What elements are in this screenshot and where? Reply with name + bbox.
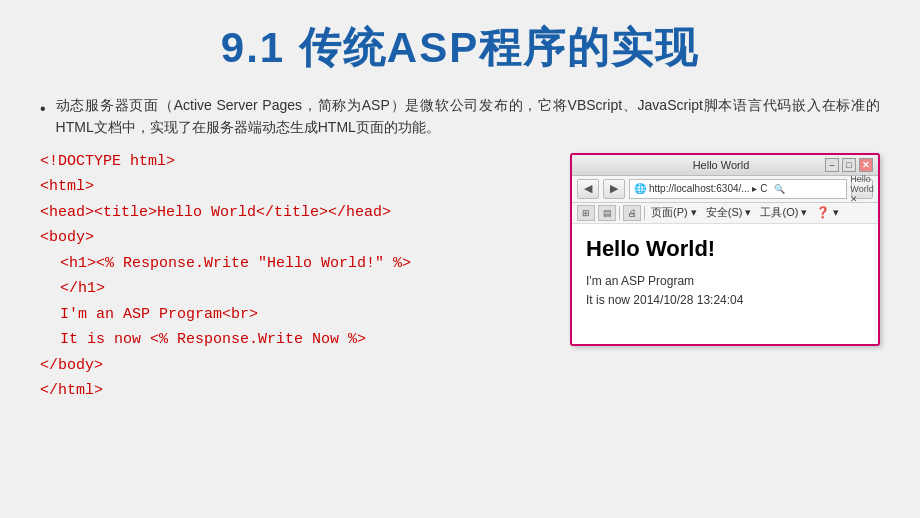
code-line-9: </body> [40,353,550,379]
bullet-section: • 动态服务器页面（Active Server Pages，简称为ASP）是微软… [40,94,880,139]
tab-close-button[interactable]: Hello World ✕ [851,179,873,199]
close-button[interactable]: ✕ [859,158,873,172]
slide: 9.1 传统ASP程序的实现 • 动态服务器页面（Active Server P… [0,0,920,518]
toolbar-menu-tools[interactable]: 工具(O) ▾ [757,205,810,220]
bullet-text: 动态服务器页面（Active Server Pages，简称为ASP）是微软公司… [56,94,880,139]
browser-titlebar: Hello World – □ ✕ [572,155,878,176]
code-block: <!DOCTYPE html> <html> <head><title>Hell… [40,149,550,404]
toolbar-icon-1[interactable]: ⊞ [577,205,595,221]
toolbar-help-button[interactable]: ❓ ▾ [813,206,842,219]
browser-toolbar: ◀ ▶ 🌐 http://localhost:6304/... ▸ C 🔍 He… [572,176,878,203]
browser-window: Hello World – □ ✕ ◀ ▶ 🌐 http://localhost… [570,153,880,346]
asp-program-text: I'm an ASP Program It is now 2014/10/28 … [586,272,864,310]
bullet-dot: • [40,96,46,122]
code-line-4: <body> [40,225,550,251]
toolbar-menu-page[interactable]: 页面(P) ▾ [648,205,700,220]
forward-button[interactable]: ▶ [603,179,625,199]
content-line-1: I'm an ASP Program [586,272,864,291]
code-line-1: <!DOCTYPE html> [40,149,550,175]
minimize-button[interactable]: – [825,158,839,172]
address-bar[interactable]: 🌐 http://localhost:6304/... ▸ C 🔍 [629,179,847,199]
toolbar-icon-3[interactable]: 🖨 [623,205,641,221]
code-line-8: It is now <% Response.Write Now %> [60,327,550,353]
browser-page-content: Hello World! I'm an ASP Program It is no… [572,224,878,344]
code-line-5: <h1><% Response.Write "Hello World!" %> [60,251,550,277]
code-line-10: </html> [40,378,550,404]
code-line-3: <head><title>Hello World</title></head> [40,200,550,226]
favicon-icon: 🌐 [634,183,646,194]
code-line-2: <html> [40,174,550,200]
toolbar-menu-security[interactable]: 安全(S) ▾ [703,205,755,220]
code-line-6: </h1> [60,276,550,302]
bullet-item: • 动态服务器页面（Active Server Pages，简称为ASP）是微软… [40,94,880,139]
titlebar-controls[interactable]: – □ ✕ [825,158,873,172]
divider-2 [644,206,645,220]
browser-title: Hello World [617,159,825,171]
content-toolbar: ⊞ ▤ 🖨 页面(P) ▾ 安全(S) ▾ 工具(O) ▾ ❓ ▾ [572,203,878,224]
maximize-button[interactable]: □ [842,158,856,172]
code-browser-section: <!DOCTYPE html> <html> <head><title>Hell… [40,149,880,404]
toolbar-icon-2[interactable]: ▤ [598,205,616,221]
divider-1 [619,206,620,220]
code-line-7: I'm an ASP Program<br> [60,302,550,328]
address-text: http://localhost:6304/... ▸ C [649,183,767,194]
slide-title: 9.1 传统ASP程序的实现 [40,20,880,76]
hello-world-heading: Hello World! [586,236,864,262]
content-line-2: It is now 2014/10/28 13:24:04 [586,291,864,310]
back-button[interactable]: ◀ [577,179,599,199]
address-search-icon: 🔍 [774,184,785,194]
